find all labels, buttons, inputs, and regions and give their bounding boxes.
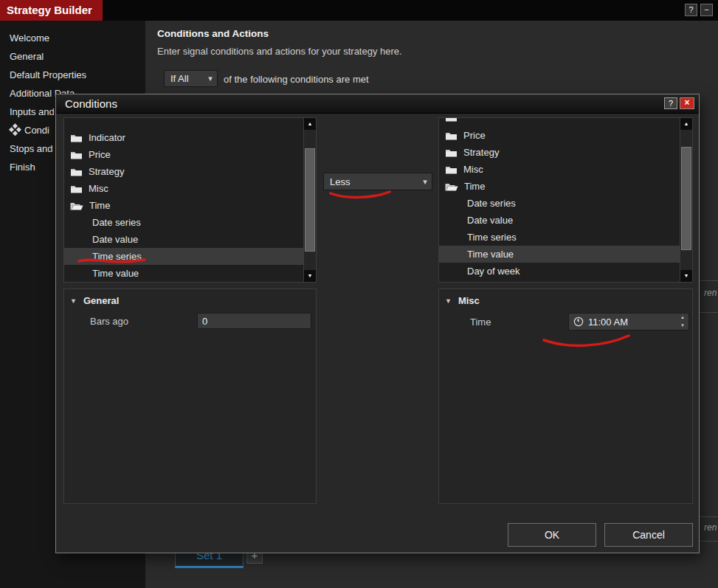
time-spinner: ▲ ▼ [677,314,688,330]
cancel-button[interactable]: Cancel [604,523,693,547]
scroll-down-button[interactable]: ▼ [680,270,692,282]
folder-icon [70,133,83,142]
match-condition-select[interactable]: If All ▾ [164,70,218,87]
tree-item[interactable]: Price [439,127,680,144]
tree-item[interactable]: Day of week [439,263,680,280]
folder-icon [445,148,458,157]
sidebar-item-welcome[interactable]: Welcome [0,29,145,47]
collapse-triangle-icon: ▼ [445,297,452,305]
dialog-title: Conditions [56,94,699,113]
background-panel-fragment: ren [700,280,718,313]
sidebar-item-general[interactable]: General [0,47,145,66]
left-condition-tree: Indicator Price Strategy Misc Time Date … [63,117,317,283]
folder-icon [70,150,83,159]
chevron-down-icon: ▾ [204,74,217,83]
tree-item-label: Price [463,130,486,141]
misc-properties-group: ▼ Misc Time 11:00 AM ▲ ▼ [438,288,693,504]
tree-item-selected[interactable]: Time series [64,248,303,265]
folder-icon [70,167,83,176]
tree-item-label: Time [464,181,485,192]
sidebar-item-default-properties[interactable]: Default Properties [0,66,145,84]
folder-icon [445,131,458,140]
folder-icon [70,184,83,193]
right-tree-scrollbar[interactable]: ▲ ▼ [680,118,692,282]
tree-item-label: Time series [92,251,142,262]
tree-item[interactable]: Date value [439,212,680,229]
tree-item[interactable]: Date series [64,214,303,231]
tree-item[interactable]: Time [64,197,303,214]
left-tree-scrollbar[interactable]: ▲ ▼ [303,118,316,282]
spinner-up-icon[interactable]: ▲ [677,314,688,322]
bars-ago-label: Bars ago [90,316,128,327]
tree-item[interactable]: Time series [439,229,680,246]
tree-item[interactable]: Time value [64,265,303,282]
tree-item-label: Misc [89,183,108,194]
tree-item-label: Date series [92,217,141,228]
group-header-general[interactable]: ▼ General [70,295,119,306]
tree-item-label: Day of week [467,266,520,277]
scroll-thumb[interactable] [681,147,691,250]
tree-item[interactable]: Strategy [64,163,303,180]
titlebar: Strategy Builder ? − [0,0,718,21]
time-label: Time [470,317,491,328]
scroll-thumb[interactable] [305,148,315,252]
scroll-down-button[interactable]: ▼ [304,270,316,282]
match-condition-text: of the following conditions are met [224,74,369,85]
tree-item-selected[interactable]: Time value [439,246,680,263]
scroll-up-button[interactable]: ▲ [304,118,316,130]
group-title: Misc [458,295,480,306]
tree-item-label: Strategy [463,147,499,158]
tree-item-label: Time value [467,249,514,260]
dialog-help-button[interactable]: ? [664,97,677,109]
tree-item[interactable]: Date series [439,195,680,212]
tree-item-label: Time value [92,268,139,279]
ok-button[interactable]: OK [508,523,596,547]
tree-item-label: Date value [92,234,138,245]
window-title: Strategy Builder [0,0,103,21]
page-subtitle: Enter signal conditions and actions for … [157,46,402,57]
folder-open-icon [70,201,83,210]
tree-item[interactable]: Indicator [64,129,303,146]
tree-item[interactable]: Misc [439,161,680,178]
tree-item-label: Date series [467,198,516,209]
tree-item-label: Date value [467,215,513,226]
tree-item[interactable]: Date value [64,231,303,248]
sidebar-item-conditions-label: Condi [24,121,49,139]
time-value: 11:00 AM [588,317,677,328]
dialog-close-button[interactable]: × [680,97,694,109]
strategy-builder-window: Strategy Builder ? − Welcome General Def… [0,0,718,588]
tree-item-label: Price [89,149,111,160]
scroll-up-button[interactable]: ▲ [680,118,692,130]
tree-item[interactable]: Time [439,178,680,195]
page-title: Conditions and Actions [157,28,269,39]
group-header-misc[interactable]: ▼ Misc [445,295,480,306]
background-panel-fragment: ren [700,516,718,542]
right-condition-tree: Price Strategy Misc Time Date series Dat… [438,117,693,283]
window-minimize-button[interactable]: − [700,4,713,16]
right-tree-rows: Price Strategy Misc Time Date series Dat… [439,118,680,282]
group-title: General [83,295,119,306]
collapse-triangle-icon: ▼ [70,297,77,305]
tree-item-label: Time [89,200,110,211]
spinner-down-icon[interactable]: ▼ [677,322,688,330]
conditions-dialog: Conditions ? × Indicator Price Strategy … [55,94,700,553]
tree-item[interactable]: Price [64,146,303,163]
tree-item-label: Time series [467,232,517,243]
tree-item-label: Misc [463,164,483,175]
chevron-down-icon: ▾ [418,177,432,187]
window-help-button[interactable]: ? [685,4,697,16]
folder-open-icon [445,181,458,191]
tree-item[interactable]: Strategy [439,144,680,161]
folder-icon [445,165,458,174]
tree-item-partial[interactable] [439,118,680,127]
current-step-icon [8,123,21,136]
dialog-titlebar: Conditions [56,94,699,114]
tree-item[interactable]: Misc [64,180,303,197]
time-picker[interactable]: 11:00 AM ▲ ▼ [568,313,689,331]
bars-ago-input[interactable] [197,313,311,329]
left-tree-rows: Indicator Price Strategy Misc Time Date … [64,118,303,282]
operator-select[interactable]: Less ▾ [323,173,432,190]
tree-item-label: Indicator [89,132,125,143]
folder-icon [445,118,458,122]
clock-icon [573,317,584,327]
